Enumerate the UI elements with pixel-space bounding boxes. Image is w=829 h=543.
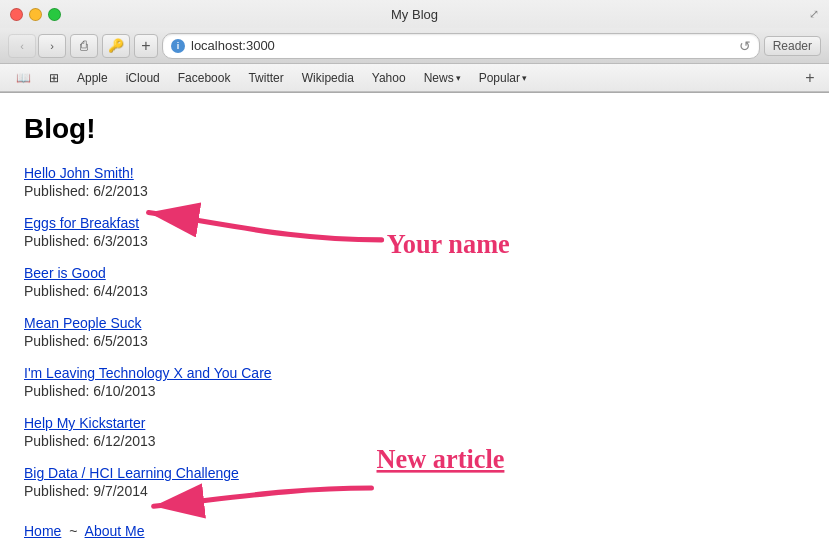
blog-post-item: Hello John Smith! Published: 6/2/2013	[24, 165, 805, 199]
blog-post-item: Eggs for Breakfast Published: 6/3/2013	[24, 215, 805, 249]
blog-post-item: I'm Leaving Technology X and You Care Pu…	[24, 365, 805, 399]
close-button[interactable]	[10, 8, 23, 21]
post-date: Published: 6/4/2013	[24, 283, 805, 299]
add-tab-button[interactable]: +	[134, 34, 158, 58]
post-date: Published: 6/3/2013	[24, 233, 805, 249]
post-link[interactable]: Help My Kickstarter	[24, 415, 145, 431]
post-date: Published: 6/12/2013	[24, 433, 805, 449]
window-title: My Blog	[391, 7, 438, 22]
posts-list: Hello John Smith! Published: 6/2/2013 Eg…	[24, 165, 805, 499]
key-button[interactable]: 🔑	[102, 34, 130, 58]
post-link[interactable]: Big Data / HCI Learning Challenge	[24, 465, 239, 481]
news-label: News	[424, 71, 454, 85]
post-link[interactable]: Mean People Suck	[24, 315, 142, 331]
bookmark-item-facebook[interactable]: Facebook	[170, 69, 239, 87]
page-title: Blog!	[24, 113, 805, 145]
reading-list-icon: 📖	[16, 71, 31, 85]
window-buttons[interactable]	[10, 8, 61, 21]
resize-icon[interactable]: ⤢	[809, 7, 819, 21]
back-button[interactable]: ‹	[8, 34, 36, 58]
home-link[interactable]: Home	[24, 523, 61, 539]
wikipedia-label: Wikipedia	[302, 71, 354, 85]
blog-post-item: Big Data / HCI Learning Challenge Publis…	[24, 465, 805, 499]
bookmark-item-grid[interactable]: ⊞	[41, 69, 67, 87]
blog-post-item: Beer is Good Published: 6/4/2013	[24, 265, 805, 299]
blog-post-item: Help My Kickstarter Published: 6/12/2013	[24, 415, 805, 449]
bookmark-item-reading-list[interactable]: 📖	[8, 69, 39, 87]
bookmark-item-wikipedia[interactable]: Wikipedia	[294, 69, 362, 87]
footer-links: Home ~ About Me	[24, 523, 805, 539]
post-date: Published: 9/7/2014	[24, 483, 805, 499]
bookmark-item-news[interactable]: News ▾	[416, 69, 469, 87]
facebook-label: Facebook	[178, 71, 231, 85]
grid-icon: ⊞	[49, 71, 59, 85]
post-link[interactable]: I'm Leaving Technology X and You Care	[24, 365, 272, 381]
page-content: Blog! Hello John Smith! Published: 6/2/2…	[0, 93, 829, 543]
forward-button[interactable]: ›	[38, 34, 66, 58]
bookmark-item-popular[interactable]: Popular ▾	[471, 69, 535, 87]
add-bookmark-button[interactable]: +	[799, 67, 821, 89]
title-bar: My Blog ⤢	[0, 0, 829, 28]
toolbar: ‹ › ⎙ 🔑 + i localhost:3000 ↺ Reader	[0, 28, 829, 64]
news-dropdown-icon: ▾	[456, 73, 461, 83]
blog-post-item: Mean People Suck Published: 6/5/2013	[24, 315, 805, 349]
post-link[interactable]: Hello John Smith!	[24, 165, 134, 181]
url-bar[interactable]: i localhost:3000 ↺	[162, 33, 760, 59]
bookmark-item-twitter[interactable]: Twitter	[240, 69, 291, 87]
share-button[interactable]: ⎙	[70, 34, 98, 58]
yahoo-label: Yahoo	[372, 71, 406, 85]
icloud-label: iCloud	[126, 71, 160, 85]
footer-separator: ~	[69, 523, 77, 539]
nav-buttons: ‹ ›	[8, 34, 66, 58]
minimize-button[interactable]	[29, 8, 42, 21]
post-date: Published: 6/10/2013	[24, 383, 805, 399]
refresh-icon[interactable]: ↺	[739, 38, 751, 54]
reader-button[interactable]: Reader	[764, 36, 821, 56]
bookmarks-bar: 📖 ⊞ Apple iCloud Facebook Twitter Wikipe…	[0, 64, 829, 92]
about-link[interactable]: About Me	[85, 523, 145, 539]
url-favicon: i	[171, 39, 185, 53]
popular-label: Popular	[479, 71, 520, 85]
twitter-label: Twitter	[248, 71, 283, 85]
bookmark-item-icloud[interactable]: iCloud	[118, 69, 168, 87]
bookmark-item-yahoo[interactable]: Yahoo	[364, 69, 414, 87]
maximize-button[interactable]	[48, 8, 61, 21]
bookmark-item-apple[interactable]: Apple	[69, 69, 116, 87]
url-text: localhost:3000	[191, 38, 733, 53]
post-date: Published: 6/2/2013	[24, 183, 805, 199]
window-chrome: My Blog ⤢ ‹ › ⎙ 🔑 + i localhost:3000 ↺ R…	[0, 0, 829, 93]
apple-label: Apple	[77, 71, 108, 85]
popular-dropdown-icon: ▾	[522, 73, 527, 83]
post-date: Published: 6/5/2013	[24, 333, 805, 349]
post-link[interactable]: Beer is Good	[24, 265, 106, 281]
post-link[interactable]: Eggs for Breakfast	[24, 215, 139, 231]
